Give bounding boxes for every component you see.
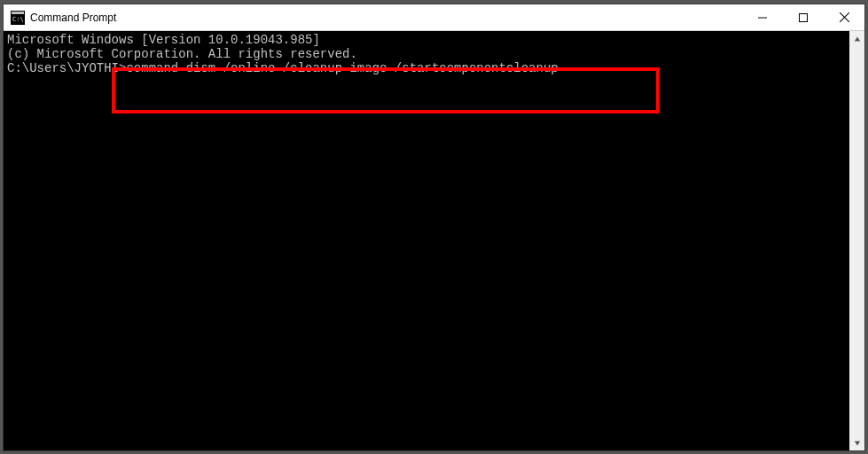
version-line: Microsoft Windows [Version 10.0.19043.98… bbox=[7, 33, 846, 47]
minimize-button[interactable] bbox=[742, 4, 783, 31]
scroll-up-arrow-icon[interactable] bbox=[849, 31, 864, 46]
cmd-icon: C:\ bbox=[11, 11, 25, 25]
typed-command: command dism /online /cleanup-image /sta… bbox=[126, 61, 558, 75]
prompt-line: C:\Users\JYOTHI>command dism /online /cl… bbox=[7, 61, 846, 75]
window-title: Command Prompt bbox=[30, 12, 116, 24]
scrollbar-track[interactable] bbox=[849, 46, 864, 435]
command-prompt-window: C:\ Command Prompt Microsoft Windows [Ve… bbox=[3, 4, 865, 451]
svg-rect-1 bbox=[12, 12, 24, 14]
titlebar[interactable]: C:\ Command Prompt bbox=[4, 4, 864, 31]
close-button[interactable] bbox=[824, 4, 864, 31]
copyright-line: (c) Microsoft Corporation. All rights re… bbox=[7, 47, 846, 61]
svg-rect-4 bbox=[800, 13, 808, 21]
window-body: Microsoft Windows [Version 10.0.19043.98… bbox=[4, 31, 864, 450]
svg-text:C:\: C:\ bbox=[12, 16, 24, 23]
prompt-path: C:\Users\JYOTHI> bbox=[7, 61, 126, 75]
terminal-area[interactable]: Microsoft Windows [Version 10.0.19043.98… bbox=[4, 31, 849, 450]
vertical-scrollbar[interactable] bbox=[849, 31, 864, 450]
maximize-button[interactable] bbox=[783, 4, 824, 31]
scroll-down-arrow-icon[interactable] bbox=[849, 435, 864, 450]
